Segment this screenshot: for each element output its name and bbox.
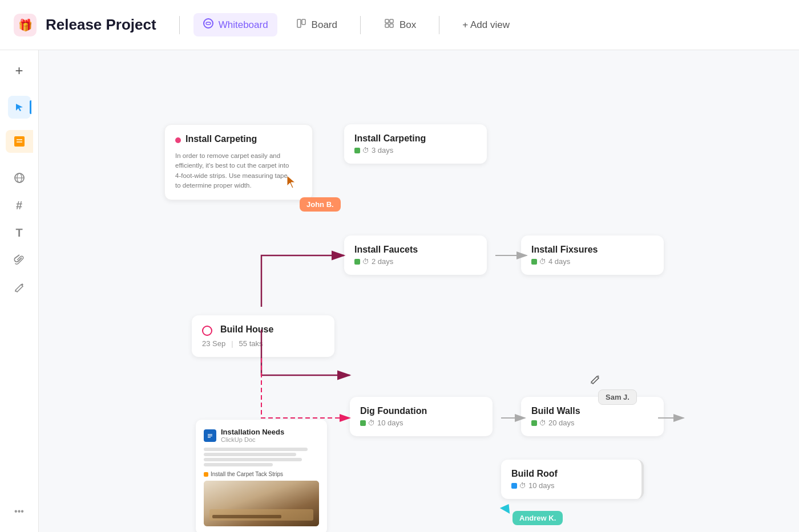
project-icon: 🎁 [14, 14, 37, 36]
card-title: Install Carpeting [354, 133, 477, 144]
build-walls-card[interactable]: Build Walls ⏱ 20 days [521, 397, 664, 436]
board-tab-label: Board [312, 19, 337, 31]
card-meta: 23 Sep | 55 taks [202, 339, 324, 348]
sidebar: + # T ••• [0, 50, 39, 532]
installation-needs-doc[interactable]: Installation Needs ClickUp Doc Install t… [196, 420, 327, 532]
doc-install-dot [204, 472, 208, 477]
svg-rect-8 [14, 136, 25, 147]
tab-whiteboard[interactable]: Whiteboard [193, 13, 277, 36]
arrows-overlay [39, 50, 799, 532]
board-tab-icon [296, 18, 307, 32]
doc-header: Installation Needs ClickUp Doc [204, 428, 319, 443]
card-meta: ⏱ 3 days [354, 146, 477, 155]
attach-tool[interactable] [8, 249, 31, 271]
box-tab-icon [384, 18, 395, 32]
build-house-date: 23 Sep [202, 339, 225, 348]
globe-tool[interactable] [8, 166, 31, 189]
hash-tool[interactable]: # [8, 194, 31, 217]
card-days: 10 days [528, 481, 555, 490]
box-tab-label: Box [400, 19, 416, 31]
doc-icon [204, 429, 216, 442]
card-title: Dig Foundation [360, 406, 482, 416]
select-tool[interactable] [8, 96, 31, 119]
card-meta: ⏱ 2 days [354, 257, 477, 266]
teal-marker [500, 501, 514, 514]
top-nav: 🎁 Release Project Whiteboard Board [0, 0, 799, 50]
card-title: Build House [220, 324, 273, 335]
card-status-dot [531, 420, 537, 426]
card-status-dot [531, 259, 537, 265]
draw-tool[interactable] [8, 276, 31, 299]
card-status-dot [354, 148, 360, 153]
svg-rect-5 [385, 24, 389, 27]
tab-box[interactable]: Box [374, 13, 425, 36]
card-days: 20 days [548, 419, 575, 427]
add-tool[interactable]: + [8, 59, 31, 82]
card-description: In order to remove carpet easily and eff… [175, 151, 289, 190]
build-house-tasks: 55 taks [239, 339, 263, 348]
card-status-dot [360, 420, 366, 426]
card-status-dot [511, 483, 517, 489]
card-title: Build Roof [511, 469, 631, 479]
john-b-badge: John B. [300, 197, 341, 212]
andrew-k-badge: Andrew K. [513, 511, 563, 525]
doc-install-label: Install the Carpet Tack Strips [204, 471, 319, 477]
text-tool[interactable]: T [8, 221, 31, 244]
svg-rect-2 [302, 19, 305, 25]
timer-icon: ⏱ [539, 419, 546, 427]
doc-line [204, 458, 302, 461]
card-title: Install Faucets [354, 245, 477, 255]
card-status-dot [175, 137, 181, 143]
doc-title: Installation Needs [221, 428, 284, 436]
svg-marker-7 [16, 104, 23, 111]
add-view-button[interactable]: + Add view [453, 15, 519, 35]
timer-icon: ⏱ [519, 482, 526, 490]
card-meta: ⏱ 10 days [360, 419, 482, 427]
card-status-dot [354, 259, 360, 265]
timer-icon: ⏱ [539, 258, 546, 266]
card-meta: ⏱ 10 days [511, 481, 631, 490]
doc-image-bg [204, 481, 319, 526]
sticky-tool[interactable] [6, 130, 33, 153]
timer-icon: ⏱ [362, 258, 369, 266]
whiteboard-tab-label: Whiteboard [219, 19, 268, 31]
card-title: Install Fixsures [531, 245, 653, 255]
tab-board[interactable]: Board [286, 13, 346, 36]
doc-line [204, 453, 296, 456]
svg-point-0 [204, 19, 213, 28]
card-meta: ⏱ 20 days [531, 419, 653, 427]
doc-line [204, 463, 273, 466]
card-days: 10 days [377, 419, 403, 427]
svg-rect-6 [390, 24, 393, 27]
more-tool[interactable]: ••• [8, 500, 31, 523]
svg-rect-1 [297, 19, 301, 27]
timer-icon: ⏱ [368, 419, 375, 427]
build-roof-card[interactable]: Build Roof ⏱ 10 days [501, 460, 644, 499]
install-faucets-card[interactable]: Install Faucets ⏱ 2 days [344, 235, 487, 275]
dig-foundation-card[interactable]: Dig Foundation ⏱ 10 days [350, 397, 493, 436]
project-title: Release Project [46, 16, 156, 34]
build-house-card[interactable]: Build House 23 Sep | 55 taks [192, 315, 334, 357]
svg-rect-4 [390, 19, 393, 23]
doc-subtitle: ClickUp Doc [221, 436, 284, 443]
doc-image [204, 481, 319, 526]
card-title: Build Walls [531, 406, 653, 416]
doc-line [204, 448, 308, 451]
add-view-label: + Add view [462, 19, 510, 31]
sam-j-badge: Sam J. [598, 389, 637, 405]
install-carpeting-days-card[interactable]: Install Carpeting ⏱ 3 days [344, 124, 487, 164]
install-fixsures-card[interactable]: Install Fixsures ⏱ 4 days [521, 235, 664, 275]
svg-rect-3 [385, 19, 389, 23]
card-title: Install Carpeting [185, 134, 257, 144]
nav-divider-2 [360, 16, 361, 34]
card-days: 2 days [372, 257, 393, 266]
nav-divider-3 [439, 16, 439, 34]
nav-divider-1 [179, 16, 180, 34]
pencil-cursor [590, 372, 602, 388]
install-carpeting-desc-card[interactable]: Install Carpeting In order to remove car… [164, 124, 313, 200]
card-days: 3 days [372, 146, 393, 155]
card-meta: ⏱ 4 days [531, 257, 653, 266]
whiteboard-tab-icon [203, 18, 214, 32]
doc-lines [204, 448, 319, 466]
card-days: 4 days [548, 257, 570, 266]
